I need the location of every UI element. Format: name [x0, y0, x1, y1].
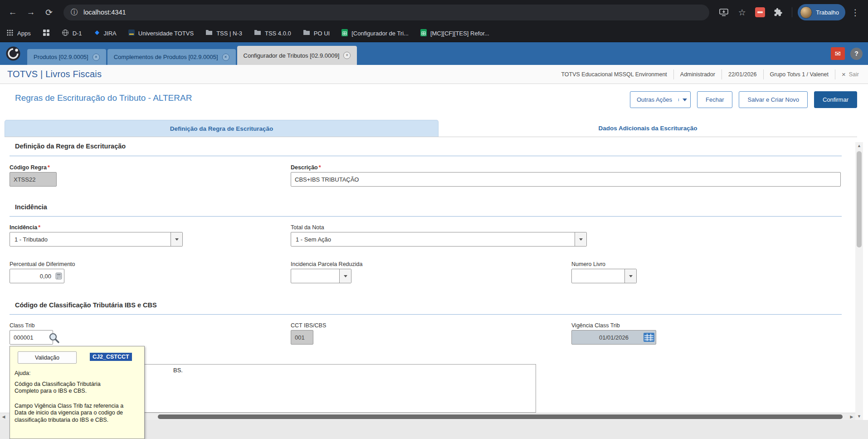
bookmark-mc-cf-tes[interactable]: [MC][CF][TES] Refor...	[420, 29, 489, 38]
help-text-1: Código da Classificação Tributária Compl…	[15, 381, 122, 395]
numero-livro-select[interactable]	[571, 269, 637, 283]
bookmark-apps[interactable]: Apps	[6, 29, 31, 38]
percentual-diferimento-label: Percentual de Diferimento	[10, 261, 75, 267]
vertical-scroll-thumb[interactable]	[857, 151, 862, 247]
bookmark-grid-shortcut[interactable]	[43, 29, 50, 38]
scroll-right-icon[interactable]: ▶	[848, 413, 855, 420]
tab-close-icon[interactable]: ×	[343, 52, 351, 59]
bookmark-star-icon[interactable]: ☆	[734, 4, 750, 20]
outras-acoes-button[interactable]: Outras Ações	[630, 91, 691, 108]
profile-chip[interactable]: Trabalho	[798, 4, 845, 20]
app-header: TOTVS | Livros Fiscais TOTVS Educacional…	[0, 65, 868, 84]
salvar-criar-novo-button[interactable]: Salvar e Criar Novo	[739, 91, 807, 108]
extensions-puzzle-icon[interactable]	[770, 4, 786, 20]
textarea-text-fragment: BS.	[173, 367, 183, 374]
workspace-tab-configurador[interactable]: Configurador de Tributos [02.9.0009] ×	[237, 46, 357, 65]
tab-definicao-regra[interactable]: Definição da Regra de Escrituração	[5, 120, 439, 137]
search-lookup-icon[interactable]	[48, 332, 60, 344]
back-icon[interactable]: ←	[5, 4, 21, 20]
incidencia-parcela-reduzida-select[interactable]	[291, 269, 351, 283]
globe-icon	[62, 29, 69, 38]
exit-x-icon: ×	[842, 70, 846, 78]
vertical-scrollbar[interactable]: ▲ ▼	[855, 142, 863, 420]
profile-name: Trabalho	[816, 9, 839, 16]
scroll-down-icon[interactable]: ▼	[855, 413, 863, 420]
vigencia-class-trib-label: Vigência Class Trib	[571, 322, 620, 329]
bookmark-d1[interactable]: D-1	[62, 29, 82, 38]
help-icon[interactable]: ?	[850, 48, 863, 60]
forward-icon[interactable]: →	[23, 4, 39, 20]
site-info-icon[interactable]: ⓘ	[71, 8, 78, 17]
pinned-extension-icon[interactable]	[755, 7, 765, 17]
class-trib-input[interactable]	[10, 330, 53, 345]
refresh-icon[interactable]: ⟳	[41, 4, 57, 20]
chevron-down-icon[interactable]	[624, 269, 636, 283]
tab-dados-adicionais[interactable]: Dados Adicionais da Escrituração	[439, 120, 857, 137]
workspace-tabbar: Produtos [02.9.0005] × Complementos de P…	[0, 42, 868, 65]
calculator-icon[interactable]	[55, 272, 63, 280]
avatar	[800, 6, 812, 19]
universidade-icon	[128, 30, 135, 37]
field-help-tooltip: Validação CJ2_CSTCCT Ajuda: Código da Cl…	[10, 346, 145, 439]
tab-close-icon[interactable]: ×	[93, 54, 100, 61]
descricao-input[interactable]	[291, 172, 841, 187]
tab-close-icon[interactable]: ×	[222, 54, 229, 61]
incidencia-label: Incidência*	[10, 224, 40, 231]
screen: ← → ⟳ ⓘ localhost:4341 ☆ Trabalho ⋮ Apps	[0, 0, 868, 439]
workspace-tab-complementos[interactable]: Complementos de Produtos [02.9.0005] ×	[107, 49, 236, 65]
page-actions: Outras Ações Fechar Salvar e Criar Novo …	[630, 91, 857, 108]
chevron-down-icon[interactable]	[339, 269, 351, 283]
total-da-nota-label: Total da Nota	[291, 224, 324, 231]
scroll-left-icon[interactable]: ◀	[0, 413, 7, 420]
class-trib-label: Class Trib	[10, 322, 35, 329]
totvs-logo-icon	[5, 46, 21, 61]
spreadsheet-icon	[420, 29, 427, 38]
bookmark-configurador[interactable]: [Configurador de Tri...	[341, 29, 409, 38]
cct-ibs-cbs-input[interactable]	[291, 330, 313, 345]
required-marker: *	[48, 164, 50, 171]
bookmark-universidade-totvs[interactable]: Universidade TOTVS	[128, 30, 194, 37]
jira-icon	[94, 30, 100, 37]
chevron-down-icon[interactable]	[575, 232, 586, 246]
date-label: 22/01/2026	[722, 69, 763, 79]
section-divider	[10, 314, 842, 315]
spreadsheet-icon	[341, 29, 348, 38]
bookmark-tss-n3[interactable]: TSS | N-3	[205, 30, 242, 37]
validacao-button[interactable]: Validação	[18, 351, 77, 364]
environment-label: TOTVS Educacional MSSQL Environment	[555, 69, 673, 79]
bookmark-tss-400[interactable]: TSS 4.0.0	[254, 30, 291, 37]
bookmark-jira[interactable]: JIRA	[94, 30, 117, 37]
fechar-button[interactable]: Fechar	[697, 91, 732, 108]
chevron-down-icon[interactable]	[678, 99, 690, 101]
page-title: Regras de Escrituração do Tributo - ALTE…	[15, 93, 192, 103]
workspace-tab-produtos[interactable]: Produtos [02.9.0005] ×	[27, 49, 106, 65]
scroll-up-icon[interactable]: ▲	[855, 142, 863, 149]
folder-icon	[303, 30, 310, 37]
folder-icon	[205, 30, 213, 37]
exit-button[interactable]: × Sair	[835, 69, 865, 79]
url-text: localhost:4341	[83, 9, 126, 16]
total-da-nota-select[interactable]: 1 - Sem Ação	[291, 232, 587, 247]
address-bar[interactable]: ⓘ localhost:4341	[63, 5, 709, 20]
required-marker: *	[38, 224, 40, 231]
folder-icon	[254, 30, 261, 37]
chevron-down-icon[interactable]	[171, 232, 182, 246]
messages-envelope-icon[interactable]: ✉	[831, 47, 845, 60]
install-app-icon[interactable]	[716, 4, 732, 20]
user-label: Administrador	[673, 69, 722, 79]
horizontal-scroll-thumb[interactable]	[158, 414, 843, 419]
group-label: Grupo Totvs 1 / Valenet	[763, 69, 835, 79]
cct-ibs-cbs-label: CCT IBS/CBS	[291, 322, 326, 329]
codigo-regra-label: Código Regra*	[10, 164, 50, 171]
section-incidencia-title: Incidência	[15, 203, 47, 211]
required-marker: *	[319, 164, 321, 171]
confirmar-button[interactable]: Confirmar	[814, 91, 857, 108]
codigo-regra-input[interactable]	[10, 172, 57, 187]
bookmarks-bar: Apps D-1 JIRA Universidade TOTVS TSS | N…	[0, 25, 868, 42]
form-tabstrip: Definição da Regra de Escrituração Dados…	[5, 120, 857, 137]
menu-kebab-icon[interactable]: ⋮	[847, 4, 863, 20]
calendar-icon[interactable]	[644, 333, 654, 342]
main-content: Regras de Escrituração do Tributo - ALTE…	[0, 84, 868, 439]
bookmark-po-ui[interactable]: PO UI	[303, 30, 330, 37]
incidencia-select[interactable]: 1 - Tributado	[10, 232, 183, 247]
